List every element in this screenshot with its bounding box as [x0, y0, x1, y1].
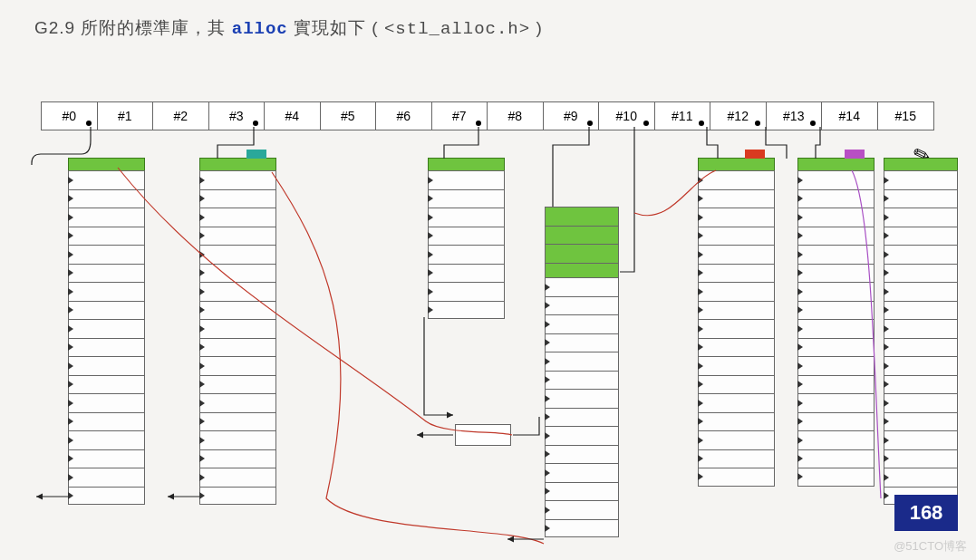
memory-chunk [884, 208, 958, 227]
memory-chunk [698, 301, 775, 320]
memory-chunk [698, 375, 775, 394]
memory-chunk [797, 170, 875, 189]
memory-chunk [199, 468, 276, 487]
memory-chunk [68, 301, 145, 320]
chunk-column-0 [68, 158, 145, 505]
memory-chunk [428, 189, 505, 208]
memory-chunk [884, 338, 958, 357]
memory-chunk [545, 519, 619, 538]
pool-box [455, 424, 511, 446]
memory-chunk [698, 245, 775, 264]
memory-chunk [68, 375, 145, 394]
chunk-column-3 [199, 158, 276, 505]
free-list-slot: #11 [655, 102, 711, 130]
pointer-dot [699, 121, 704, 126]
chunk-header [199, 158, 276, 170]
memory-chunk [797, 412, 875, 431]
memory-chunk [428, 208, 505, 227]
memory-chunk [545, 408, 619, 427]
memory-chunk [884, 282, 958, 301]
memory-chunk [884, 264, 958, 283]
memory-chunk [797, 468, 875, 487]
memory-chunk [698, 282, 775, 301]
memory-chunk [68, 487, 145, 506]
memory-chunk [545, 352, 619, 371]
memory-chunk [797, 264, 875, 283]
free-list-slot: #1 [98, 102, 154, 130]
title-prefix: G2.9 所附的標準庫，其 [34, 18, 232, 37]
memory-chunk [698, 319, 775, 338]
memory-chunk [68, 189, 145, 208]
memory-chunk [68, 356, 145, 375]
memory-chunk [698, 393, 775, 412]
slide-title: G2.9 所附的標準庫，其 alloc 實現如下 ( <stl_alloc.h>… [34, 16, 543, 40]
free-list-slot: #14 [822, 102, 878, 130]
memory-chunk [797, 227, 875, 246]
memory-chunk [545, 389, 619, 408]
free-list-slot: #15 [878, 102, 934, 130]
memory-chunk [698, 170, 775, 189]
memory-chunk [199, 487, 276, 506]
memory-chunk [797, 356, 875, 375]
memory-chunk [428, 227, 505, 246]
pointer-dot [643, 121, 649, 126]
memory-chunk [884, 319, 958, 338]
memory-chunk [545, 371, 619, 390]
memory-chunk [199, 189, 276, 208]
memory-chunk [199, 282, 276, 301]
free-list-slot: #8 [488, 102, 544, 130]
chunk-column-11 [698, 158, 775, 487]
memory-chunk [68, 468, 145, 487]
chunk-column-9-green [545, 207, 619, 281]
chunk-header [698, 158, 775, 170]
title-suffix: ) [530, 18, 543, 37]
memory-chunk [698, 468, 775, 487]
memory-chunk [545, 426, 619, 445]
pointer-dot [253, 121, 258, 126]
memory-chunk [428, 282, 505, 301]
memory-chunk [884, 301, 958, 320]
memory-chunk [797, 375, 875, 394]
memory-chunk [199, 412, 276, 431]
memory-chunk [698, 412, 775, 431]
chunk-header [68, 158, 145, 170]
memory-chunk [68, 412, 145, 431]
memory-chunk [884, 375, 958, 394]
memory-chunk [68, 245, 145, 264]
free-list-slot: #0 [42, 102, 98, 130]
memory-chunk [199, 264, 276, 283]
memory-chunk [545, 445, 619, 464]
memory-chunk [797, 189, 875, 208]
memory-chunk [199, 245, 276, 264]
title-keyword: alloc [232, 19, 288, 39]
pointer-dot [755, 121, 760, 126]
memory-chunk [797, 338, 875, 357]
chunk-header [428, 158, 505, 170]
memory-chunk [884, 393, 958, 412]
cookie-tab [745, 150, 765, 159]
free-list-slot: #12 [710, 102, 767, 130]
memory-chunk [199, 356, 276, 375]
memory-chunk [884, 227, 958, 246]
memory-chunk [797, 301, 875, 320]
memory-chunk [68, 430, 145, 449]
memory-chunk [884, 412, 958, 431]
memory-chunk [545, 296, 619, 315]
memory-chunk [68, 208, 145, 227]
memory-chunk [698, 189, 775, 208]
free-list-slot: #9 [544, 102, 600, 130]
memory-chunk [199, 449, 276, 468]
memory-chunk [545, 207, 619, 226]
memory-chunk [199, 170, 276, 189]
chunk-column-9-stack [545, 277, 619, 537]
memory-chunk [428, 170, 505, 189]
memory-chunk [199, 301, 276, 320]
size-badge: 168 [894, 495, 958, 531]
memory-chunk [698, 208, 775, 227]
memory-chunk [545, 244, 619, 263]
memory-chunk [698, 449, 775, 468]
memory-chunk [199, 430, 276, 449]
memory-chunk [545, 463, 619, 482]
memory-chunk [545, 314, 619, 333]
memory-chunk [884, 468, 958, 487]
